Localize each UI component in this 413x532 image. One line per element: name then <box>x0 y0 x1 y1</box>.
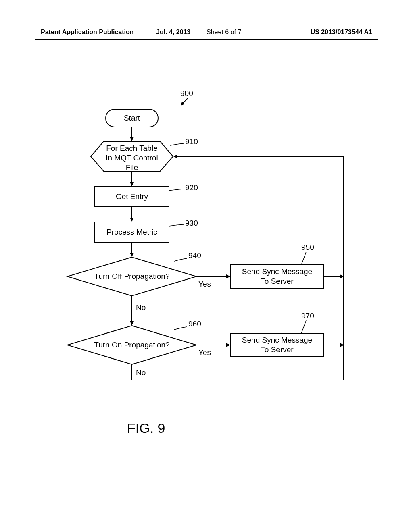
node-process-metric: Process Metric <box>95 227 169 237</box>
page-header: Patent Application Publication Jul. 4, 2… <box>35 21 378 40</box>
figure-caption: FIG. 9 <box>127 420 165 436</box>
node-get-entry: Get Entry <box>95 192 169 202</box>
page-frame: Patent Application Publication Jul. 4, 2… <box>35 21 378 476</box>
header-date: Jul. 4, 2013 <box>156 29 190 36</box>
node-on-decision: Turn On Propagation? <box>81 340 182 350</box>
node-on-action: Send Sync Message To Server <box>231 335 323 355</box>
node-loop: For Each Table In MQT Control File <box>96 143 168 172</box>
header-left: Patent Application Publication <box>41 29 134 36</box>
node-off-action: Send Sync Message To Server <box>231 267 323 286</box>
edge-on-no: No <box>136 368 156 378</box>
edge-off-no: No <box>136 303 156 312</box>
ref-960: 960 <box>188 320 201 328</box>
ref-930: 930 <box>185 219 198 228</box>
ref-900: 900 <box>180 89 193 98</box>
ref-920: 920 <box>185 183 198 192</box>
header-pubno: US 2013/0173544 A1 <box>311 29 372 36</box>
node-start: Start <box>106 113 158 123</box>
ref-910: 910 <box>185 137 198 146</box>
ref-950: 950 <box>301 243 314 252</box>
flowchart-svg <box>35 46 379 473</box>
svg-line-17 <box>181 98 188 105</box>
node-off-decision: Turn Off Propagation? <box>81 272 182 281</box>
header-sheet: Sheet 6 of 7 <box>206 29 241 36</box>
ref-970: 970 <box>301 312 314 320</box>
ref-940: 940 <box>188 251 201 260</box>
flowchart: Start For Each Table In MQT Control File… <box>35 46 379 473</box>
edge-off-yes: Yes <box>198 279 219 289</box>
edge-on-yes: Yes <box>198 348 219 357</box>
